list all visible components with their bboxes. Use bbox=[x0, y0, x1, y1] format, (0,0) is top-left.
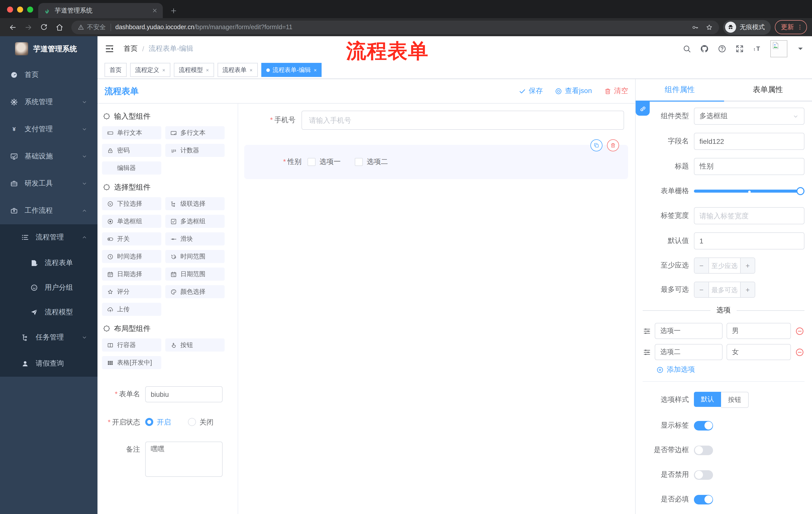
drawer-link-handle[interactable] bbox=[636, 102, 650, 116]
label-width-input[interactable] bbox=[694, 207, 805, 224]
close-tab-icon[interactable] bbox=[152, 7, 158, 13]
form-remark-textarea[interactable]: 嘿嘿 bbox=[145, 441, 223, 477]
palette-item-1-1[interactable]: 级联选择 bbox=[165, 197, 225, 210]
toggle-switch[interactable] bbox=[694, 445, 713, 455]
field-name-input[interactable] bbox=[694, 133, 805, 150]
add-option-button[interactable]: 添加选项 bbox=[656, 365, 805, 374]
tag-view-2[interactable]: 流程模型× bbox=[174, 63, 214, 77]
option-value-input-1[interactable] bbox=[726, 344, 791, 360]
reload-icon[interactable] bbox=[40, 23, 48, 31]
remove-option-button[interactable] bbox=[795, 347, 805, 357]
search-icon[interactable] bbox=[683, 44, 691, 53]
sidebar-item-7[interactable]: 流程表单 bbox=[0, 250, 97, 275]
palette-item-1-0[interactable]: 下拉选择 bbox=[102, 197, 161, 210]
toggle-switch[interactable] bbox=[694, 421, 713, 430]
url-domain[interactable]: dashboard.yudao.iocoder.cn bbox=[115, 24, 194, 31]
form-grid-slider[interactable] bbox=[694, 183, 805, 199]
copy-component-button[interactable] bbox=[590, 139, 603, 152]
drag-handle-icon[interactable] bbox=[643, 348, 651, 356]
sidebar-item-3[interactable]: 基础设施 bbox=[0, 143, 97, 170]
palette-item-1-6[interactable]: 时间选择 bbox=[102, 250, 161, 263]
close-tag-icon[interactable]: × bbox=[206, 67, 209, 73]
palette-item-0-1[interactable]: 多行文本 bbox=[165, 126, 225, 139]
selected-component-row[interactable]: *性别 选项一选项二 bbox=[244, 145, 628, 179]
option-name-input-0[interactable] bbox=[655, 323, 722, 339]
component-type-select[interactable]: 多选框组 bbox=[694, 108, 805, 125]
title-input[interactable] bbox=[694, 158, 805, 175]
min-select-input[interactable] bbox=[709, 258, 740, 273]
palette-item-1-12[interactable]: 上传 bbox=[102, 303, 161, 316]
palette-item-1-5[interactable]: 滑块 bbox=[165, 232, 225, 245]
drag-handle-icon[interactable] bbox=[643, 327, 651, 335]
palette-item-2-2[interactable]: 表格[开发中] bbox=[102, 356, 161, 369]
palette-item-0-3[interactable]: 123计数器 bbox=[165, 144, 225, 157]
password-key-icon[interactable] bbox=[691, 23, 699, 31]
sidebar-item-9[interactable]: 流程模型 bbox=[0, 300, 97, 324]
sidebar-item-6[interactable]: 流程管理 bbox=[0, 224, 97, 250]
bookmark-star-icon[interactable] bbox=[705, 23, 713, 31]
checkbox-icon[interactable] bbox=[355, 158, 363, 166]
sidebar-item-4[interactable]: 研发工具 bbox=[0, 170, 97, 197]
fullscreen-icon[interactable] bbox=[735, 44, 744, 53]
default-value-input[interactable] bbox=[694, 232, 805, 249]
sidebar-item-5[interactable]: 工作流程 bbox=[0, 197, 97, 224]
sidebar-item-10[interactable]: 任务管理 bbox=[0, 324, 97, 351]
sidebar-item-0[interactable]: 首页 bbox=[0, 61, 97, 88]
checkbox-icon[interactable] bbox=[308, 158, 316, 166]
gender-checkbox-0[interactable]: 选项一 bbox=[308, 157, 341, 166]
palette-item-0-0[interactable]: 单行文本 bbox=[102, 126, 161, 139]
max-select-input[interactable] bbox=[709, 282, 740, 297]
close-tag-icon[interactable]: × bbox=[162, 67, 165, 73]
maximize-window-button[interactable] bbox=[27, 6, 33, 12]
remove-option-button[interactable] bbox=[795, 326, 805, 336]
browser-update-button[interactable]: 更新 bbox=[775, 20, 807, 34]
tag-view-4[interactable]: 流程表单-编辑× bbox=[261, 63, 322, 77]
github-icon[interactable] bbox=[700, 44, 709, 53]
forward-icon[interactable] bbox=[24, 23, 33, 31]
tag-view-3[interactable]: 流程表单× bbox=[217, 63, 258, 77]
style-default-button[interactable]: 默认 bbox=[694, 392, 721, 407]
sidebar-item-11[interactable]: 请假查询 bbox=[0, 351, 97, 377]
security-warning-icon[interactable] bbox=[77, 24, 84, 31]
style-button-button[interactable]: 按钮 bbox=[721, 392, 749, 408]
sidebar-item-1[interactable]: 系统管理 bbox=[0, 88, 97, 116]
palette-item-1-4[interactable]: 开关 bbox=[102, 232, 161, 245]
sidebar-item-2[interactable]: ¥支付管理 bbox=[0, 116, 97, 143]
option-name-input-1[interactable] bbox=[655, 344, 722, 360]
delete-component-button[interactable] bbox=[607, 139, 619, 152]
tag-view-0[interactable]: 首页 bbox=[105, 63, 127, 77]
sidebar-item-8[interactable]: 用户分组 bbox=[0, 275, 97, 300]
url-path[interactable]: /bpm/manager/form/edit?formId=11 bbox=[194, 24, 292, 31]
option-value-input-0[interactable] bbox=[726, 323, 791, 339]
stepper-minus-button[interactable]: − bbox=[694, 282, 709, 297]
browser-menu-icon[interactable] bbox=[796, 24, 804, 31]
form-name-input[interactable] bbox=[145, 386, 223, 402]
close-window-button[interactable] bbox=[7, 6, 13, 12]
gender-checkbox-1[interactable]: 选项二 bbox=[355, 157, 388, 166]
help-icon[interactable] bbox=[718, 44, 727, 53]
close-tag-icon[interactable]: × bbox=[314, 67, 317, 73]
stepper-plus-button[interactable]: + bbox=[740, 282, 755, 297]
toggle-switch[interactable] bbox=[694, 470, 713, 480]
home-icon[interactable] bbox=[55, 23, 64, 31]
palette-item-1-8[interactable]: 日期选择 bbox=[102, 268, 161, 281]
avatar[interactable] bbox=[770, 40, 787, 57]
update-label[interactable]: 更新 bbox=[781, 23, 794, 32]
stepper-minus-button[interactable]: − bbox=[694, 258, 709, 273]
sidebar-logo[interactable]: 芋道管理系统 bbox=[0, 36, 97, 61]
phone-input[interactable] bbox=[301, 111, 624, 130]
breadcrumb-home[interactable]: 首页 bbox=[124, 44, 138, 53]
new-tab-button[interactable] bbox=[170, 7, 177, 15]
minimize-window-button[interactable] bbox=[17, 6, 23, 12]
palette-item-1-7[interactable]: 时间范围 bbox=[165, 250, 225, 263]
clear-button[interactable]: 清空 bbox=[604, 86, 628, 96]
back-icon[interactable] bbox=[8, 23, 17, 31]
toggle-switch[interactable] bbox=[694, 495, 713, 504]
user-menu-caret-icon[interactable] bbox=[796, 44, 805, 53]
status-open-radio[interactable]: 开启 bbox=[145, 414, 171, 430]
tab-component-props[interactable]: 组件属性 bbox=[636, 79, 724, 101]
font-size-icon[interactable]: tT bbox=[753, 44, 762, 53]
tag-view-1[interactable]: 流程定义× bbox=[130, 63, 170, 77]
palette-item-2-1[interactable]: 按钮 bbox=[165, 339, 225, 352]
security-label[interactable]: 不安全 bbox=[87, 23, 106, 31]
